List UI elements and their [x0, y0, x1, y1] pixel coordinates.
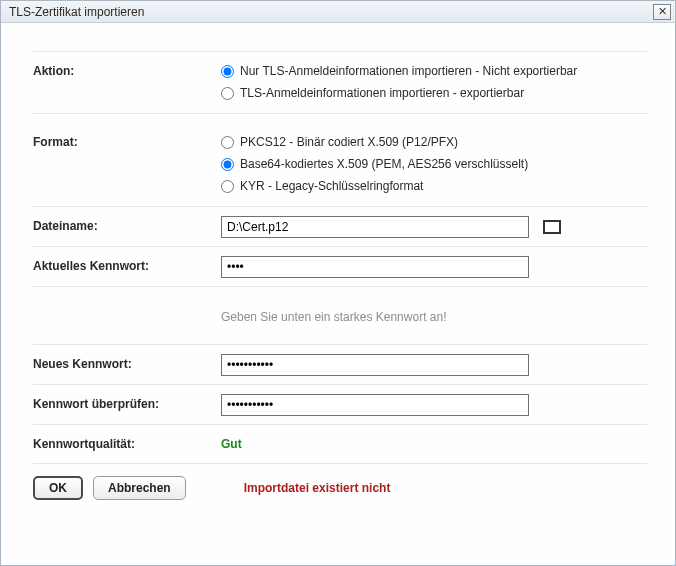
field-aktuelles-kennwort — [221, 256, 647, 278]
radio-format-2[interactable] — [221, 180, 234, 193]
dialog-window: TLS-Zertifikat importieren ✕ Aktion: Nur… — [0, 0, 676, 566]
field-dateiname — [221, 216, 647, 238]
radio-aktion-1-label[interactable]: TLS-Anmeldeinformationen importieren - e… — [240, 86, 524, 100]
input-dateiname[interactable] — [221, 216, 529, 238]
titlebar: TLS-Zertifikat importieren ✕ — [1, 1, 675, 23]
close-icon: ✕ — [658, 6, 667, 17]
password-hint: Geben Sie unten ein starkes Kennwort an! — [221, 296, 647, 336]
label-format: Format: — [33, 132, 221, 149]
field-kennwort-ueberpruefen — [221, 394, 647, 416]
value-kennwortqualitaet: Gut — [221, 434, 647, 451]
input-aktuelles-kennwort[interactable] — [221, 256, 529, 278]
label-kennwortqualitaet: Kennwortqualität: — [33, 434, 221, 451]
radio-aktion-1[interactable] — [221, 87, 234, 100]
row-format: Format: PKCS12 - Binär codiert X.509 (P1… — [33, 113, 647, 206]
label-aktion: Aktion: — [33, 61, 221, 78]
label-aktuelles-kennwort: Aktuelles Kennwort: — [33, 256, 221, 273]
radio-format-2-label[interactable]: KYR - Legacy-Schlüsselringformat — [240, 179, 423, 193]
cancel-button[interactable]: Abbrechen — [93, 476, 186, 500]
dialog-title: TLS-Zertifikat importieren — [9, 5, 144, 19]
radio-format-1[interactable] — [221, 158, 234, 171]
field-format: PKCS12 - Binär codiert X.509 (P12/PFX) B… — [221, 132, 647, 198]
radio-format-1-label[interactable]: Base64-kodiertes X.509 (PEM, AES256 vers… — [240, 157, 528, 171]
row-buttons: OK Abbrechen Importdatei existiert nicht — [33, 463, 647, 500]
field-aktion: Nur TLS-Anmeldeinformationen importieren… — [221, 61, 647, 105]
dialog-content: Aktion: Nur TLS-Anmeldeinformationen imp… — [1, 23, 675, 565]
radio-aktion-0[interactable] — [221, 65, 234, 78]
browse-button[interactable] — [543, 220, 561, 234]
row-dateiname: Dateiname: — [33, 206, 647, 246]
input-neues-kennwort[interactable] — [221, 354, 529, 376]
row-kennwortqualitaet: Kennwortqualität: Gut — [33, 424, 647, 459]
ok-button[interactable]: OK — [33, 476, 83, 500]
label-kennwort-ueberpruefen: Kennwort überprüfen: — [33, 394, 221, 411]
field-neues-kennwort — [221, 354, 647, 376]
label-dateiname: Dateiname: — [33, 216, 221, 233]
row-neues-kennwort: Neues Kennwort: — [33, 344, 647, 384]
error-message: Importdatei existiert nicht — [244, 481, 391, 495]
label-neues-kennwort: Neues Kennwort: — [33, 354, 221, 371]
radio-aktion-0-label[interactable]: Nur TLS-Anmeldeinformationen importieren… — [240, 64, 577, 78]
row-aktuelles-kennwort: Aktuelles Kennwort: — [33, 246, 647, 286]
row-aktion: Aktion: Nur TLS-Anmeldeinformationen imp… — [33, 51, 647, 113]
input-kennwort-ueberpruefen[interactable] — [221, 394, 529, 416]
radio-format-0-label[interactable]: PKCS12 - Binär codiert X.509 (P12/PFX) — [240, 135, 458, 149]
close-button[interactable]: ✕ — [653, 4, 671, 20]
row-kennwort-ueberpruefen: Kennwort überprüfen: — [33, 384, 647, 424]
row-hint: Geben Sie unten ein starkes Kennwort an! — [33, 286, 647, 344]
radio-format-0[interactable] — [221, 136, 234, 149]
